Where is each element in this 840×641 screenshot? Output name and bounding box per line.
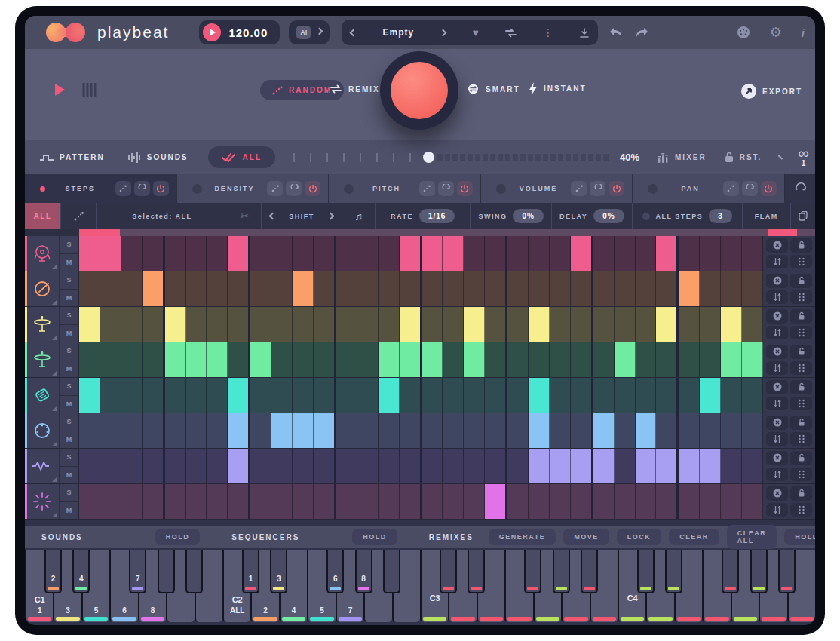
step-25-active[interactable] xyxy=(593,413,615,448)
rate-control[interactable]: RATE 1/16 xyxy=(376,203,471,229)
step-22[interactable] xyxy=(529,342,550,377)
loop-length[interactable]: ∞ 1 xyxy=(798,147,808,167)
step-27[interactable] xyxy=(636,484,657,519)
redo-icon[interactable] xyxy=(634,27,649,38)
reset-button[interactable]: RST. xyxy=(725,152,762,163)
step-27-active[interactable] xyxy=(636,413,657,448)
step-11-active[interactable] xyxy=(293,271,314,306)
more-menu-icon[interactable]: ⋮ xyxy=(543,27,553,38)
step-5[interactable] xyxy=(165,378,186,413)
step-23[interactable] xyxy=(550,271,571,306)
step-25[interactable] xyxy=(593,271,615,306)
step-16-active[interactable] xyxy=(400,307,422,342)
black-key[interactable] xyxy=(158,550,175,593)
step-4-active[interactable] xyxy=(143,271,165,306)
step-29[interactable] xyxy=(679,307,700,342)
preset-name[interactable]: Empty xyxy=(382,27,414,38)
step-8[interactable] xyxy=(228,484,250,519)
step-17[interactable] xyxy=(422,271,443,306)
step-28-active[interactable] xyxy=(656,236,679,271)
step-2[interactable] xyxy=(100,307,121,342)
step-24-active[interactable] xyxy=(571,449,593,483)
track-expand-triangle[interactable] xyxy=(52,335,57,340)
step-6[interactable] xyxy=(186,271,207,306)
step-12[interactable] xyxy=(314,271,336,306)
step-31[interactable] xyxy=(721,413,742,448)
step-14[interactable] xyxy=(357,307,379,342)
step-32[interactable] xyxy=(742,307,763,342)
step-24[interactable] xyxy=(571,378,593,413)
step-1-active[interactable] xyxy=(79,378,100,413)
tab-randomize-icon[interactable] xyxy=(115,181,131,196)
step-31[interactable] xyxy=(721,271,742,306)
cut-button[interactable]: ✂ xyxy=(228,203,262,229)
delay-value[interactable]: 0% xyxy=(593,209,624,223)
track-lock-button[interactable] xyxy=(790,345,812,359)
step-5[interactable] xyxy=(165,236,186,271)
track-clear-button[interactable] xyxy=(766,309,788,324)
step-14[interactable] xyxy=(357,271,379,306)
step-20[interactable] xyxy=(485,271,507,306)
step-1-active[interactable] xyxy=(79,307,100,342)
step-16[interactable] xyxy=(400,449,422,483)
step-8[interactable] xyxy=(228,271,250,306)
step-7[interactable] xyxy=(207,236,228,271)
step-7[interactable] xyxy=(207,271,228,306)
step-31-active[interactable] xyxy=(721,307,742,342)
step-14[interactable] xyxy=(357,413,379,448)
step-3[interactable] xyxy=(121,271,143,306)
sounds-hold-button[interactable]: HOLD xyxy=(155,529,201,545)
step-26[interactable] xyxy=(615,307,636,342)
step-10[interactable] xyxy=(271,484,293,519)
step-24-active[interactable] xyxy=(571,236,593,271)
step-19[interactable] xyxy=(464,236,485,271)
sequencers-hold-button[interactable]: HOLD xyxy=(352,529,397,545)
track-button-tambourine[interactable] xyxy=(25,413,60,448)
play-button[interactable] xyxy=(203,23,221,41)
tab-refresh-icon[interactable] xyxy=(134,181,150,196)
black-key[interactable] xyxy=(383,550,400,593)
step-10[interactable] xyxy=(271,342,293,377)
step-30-active[interactable] xyxy=(700,378,721,413)
track-expand-triangle[interactable] xyxy=(52,299,57,305)
track-lock-button[interactable] xyxy=(790,380,812,394)
step-11[interactable] xyxy=(293,307,314,342)
step-8-active[interactable] xyxy=(228,236,250,271)
step-11[interactable] xyxy=(293,236,314,271)
step-23[interactable] xyxy=(550,307,571,342)
mute-button[interactable]: M xyxy=(60,431,78,449)
step-2[interactable] xyxy=(100,378,121,413)
step-30[interactable] xyxy=(700,307,721,342)
track-lock-button[interactable] xyxy=(790,309,812,324)
step-29[interactable] xyxy=(679,378,700,413)
step-8[interactable] xyxy=(228,307,250,342)
step-5[interactable] xyxy=(165,484,186,519)
step-17[interactable] xyxy=(422,449,443,483)
tab-density[interactable]: DENSITY xyxy=(177,174,329,203)
step-23[interactable] xyxy=(550,484,571,519)
step-4[interactable] xyxy=(143,484,165,519)
tab-randomize-icon[interactable] xyxy=(267,181,283,196)
solo-button[interactable]: S xyxy=(60,378,78,396)
step-13[interactable] xyxy=(336,378,357,413)
tab-volume[interactable]: VOLUME xyxy=(481,174,633,203)
black-key[interactable]: 4 xyxy=(72,550,90,593)
shift-right-icon[interactable] xyxy=(326,213,334,220)
step-22[interactable] xyxy=(529,271,550,306)
hero-play-icon[interactable] xyxy=(55,84,65,96)
black-key[interactable] xyxy=(440,550,457,593)
step-18[interactable] xyxy=(443,271,464,306)
track-options-button[interactable] xyxy=(790,255,812,269)
track-fader-button[interactable] xyxy=(766,290,788,305)
step-6[interactable] xyxy=(186,413,207,448)
step-9-active[interactable] xyxy=(250,342,271,377)
track-button-kick[interactable] xyxy=(25,236,60,271)
step-4[interactable] xyxy=(143,449,165,483)
step-22[interactable] xyxy=(529,484,550,519)
step-3[interactable] xyxy=(121,342,143,377)
step-16[interactable] xyxy=(400,484,422,519)
step-26-active[interactable] xyxy=(615,342,636,377)
global-sync-button[interactable] xyxy=(785,174,815,203)
clear-button[interactable]: CLEAR xyxy=(669,529,719,545)
black-key[interactable] xyxy=(637,550,655,593)
